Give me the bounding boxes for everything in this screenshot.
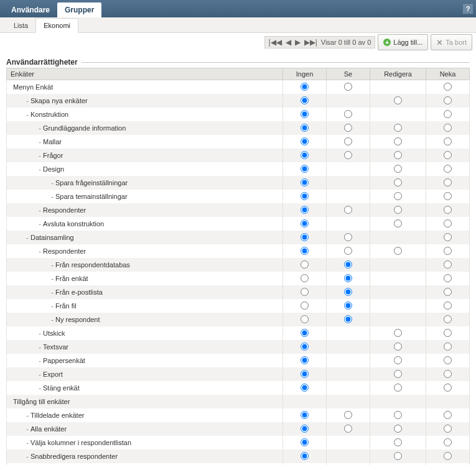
radio-neka[interactable] [444, 343, 452, 351]
radio-ingen[interactable] [301, 370, 309, 378]
radio-redigera[interactable] [394, 438, 402, 446]
radio-neka[interactable] [444, 329, 452, 337]
subtab-list[interactable]: Lista [6, 19, 35, 32]
radio-ingen[interactable] [301, 151, 309, 159]
radio-se[interactable] [344, 302, 352, 310]
radio-neka[interactable] [444, 315, 452, 323]
radio-se[interactable] [344, 274, 352, 282]
radio-neka[interactable] [444, 178, 452, 186]
radio-redigera[interactable] [394, 452, 402, 460]
radio-neka[interactable] [444, 425, 452, 433]
radio-neka[interactable] [444, 274, 452, 282]
radio-se[interactable] [344, 288, 352, 296]
radio-ingen[interactable] [301, 192, 309, 200]
radio-ingen[interactable] [301, 288, 309, 296]
radio-ingen[interactable] [301, 356, 309, 364]
radio-neka[interactable] [444, 151, 452, 159]
radio-redigera[interactable] [394, 329, 402, 337]
radio-se[interactable] [344, 83, 352, 91]
add-button[interactable]: + Lägg till... [378, 34, 428, 50]
radio-neka[interactable] [444, 233, 452, 241]
radio-redigera[interactable] [394, 219, 402, 228]
pager-first-icon[interactable]: |◀◀ [269, 38, 282, 47]
radio-se[interactable] [344, 110, 352, 118]
radio-neka[interactable] [444, 247, 452, 255]
tab-groups[interactable]: Grupper [57, 2, 101, 17]
radio-redigera[interactable] [394, 124, 402, 132]
radio-neka[interactable] [444, 411, 452, 419]
radio-neka[interactable] [444, 384, 452, 392]
radio-redigera[interactable] [394, 370, 402, 378]
row-label-text: Spara frågeinställningar [55, 179, 128, 186]
radio-neka[interactable] [444, 124, 452, 132]
radio-se[interactable] [344, 425, 352, 433]
radio-neka[interactable] [444, 110, 452, 118]
radio-neka[interactable] [444, 165, 452, 173]
radio-ingen[interactable] [301, 452, 309, 460]
subtab-economy[interactable]: Ekonomi [35, 18, 78, 33]
radio-se[interactable] [344, 260, 352, 269]
radio-neka[interactable] [444, 302, 452, 310]
radio-ingen[interactable] [301, 438, 309, 446]
radio-neka[interactable] [444, 137, 452, 145]
radio-neka[interactable] [444, 356, 452, 364]
radio-redigera[interactable] [394, 247, 402, 255]
radio-redigera[interactable] [394, 411, 402, 419]
pager-prev-icon[interactable]: ◀ [286, 38, 291, 47]
radio-redigera[interactable] [394, 384, 402, 392]
radio-ingen[interactable] [301, 178, 309, 186]
radio-ingen[interactable] [301, 302, 309, 310]
radio-se[interactable] [344, 137, 352, 145]
radio-neka[interactable] [444, 219, 452, 228]
radio-ingen[interactable] [301, 274, 309, 282]
radio-ingen[interactable] [301, 137, 309, 145]
radio-neka[interactable] [444, 192, 452, 200]
radio-ingen[interactable] [301, 411, 309, 419]
radio-redigera[interactable] [394, 206, 402, 214]
radio-ingen[interactable] [301, 233, 309, 241]
radio-redigera[interactable] [394, 178, 402, 186]
pager-last-icon[interactable]: ▶▶| [304, 38, 317, 47]
radio-ingen[interactable] [301, 425, 309, 433]
radio-neka[interactable] [444, 370, 452, 378]
radio-ingen[interactable] [301, 110, 309, 118]
radio-neka[interactable] [444, 206, 452, 214]
radio-se[interactable] [344, 315, 352, 323]
radio-redigera[interactable] [394, 96, 402, 104]
radio-redigera[interactable] [394, 192, 402, 200]
radio-neka[interactable] [444, 452, 452, 460]
radio-ingen[interactable] [301, 96, 309, 104]
radio-se[interactable] [344, 124, 352, 132]
remove-button[interactable]: ✕ Ta bort [431, 34, 472, 50]
radio-ingen[interactable] [301, 247, 309, 255]
radio-se[interactable] [344, 247, 352, 255]
pager-next-icon[interactable]: ▶ [295, 38, 301, 47]
radio-redigera[interactable] [394, 165, 402, 173]
radio-redigera[interactable] [394, 343, 402, 351]
radio-neka[interactable] [444, 438, 452, 446]
tab-users[interactable]: Användare [4, 2, 57, 17]
radio-neka[interactable] [444, 83, 452, 91]
radio-se[interactable] [344, 151, 352, 159]
radio-ingen[interactable] [301, 260, 309, 269]
radio-redigera[interactable] [394, 151, 402, 159]
radio-se[interactable] [344, 233, 352, 241]
radio-redigera[interactable] [394, 356, 402, 364]
radio-redigera[interactable] [394, 137, 402, 145]
radio-se[interactable] [344, 206, 352, 214]
radio-ingen[interactable] [301, 206, 309, 214]
radio-ingen[interactable] [301, 315, 309, 323]
radio-se[interactable] [344, 411, 352, 419]
radio-ingen[interactable] [301, 219, 309, 228]
radio-ingen[interactable] [301, 343, 309, 351]
radio-ingen[interactable] [301, 329, 309, 337]
radio-neka[interactable] [444, 260, 452, 269]
help-icon[interactable]: ? [462, 3, 474, 14]
radio-ingen[interactable] [301, 165, 309, 173]
radio-neka[interactable] [444, 288, 452, 296]
radio-ingen[interactable] [301, 384, 309, 392]
radio-ingen[interactable] [301, 124, 309, 132]
radio-ingen[interactable] [301, 83, 309, 91]
radio-redigera[interactable] [394, 425, 402, 433]
radio-neka[interactable] [444, 96, 452, 104]
